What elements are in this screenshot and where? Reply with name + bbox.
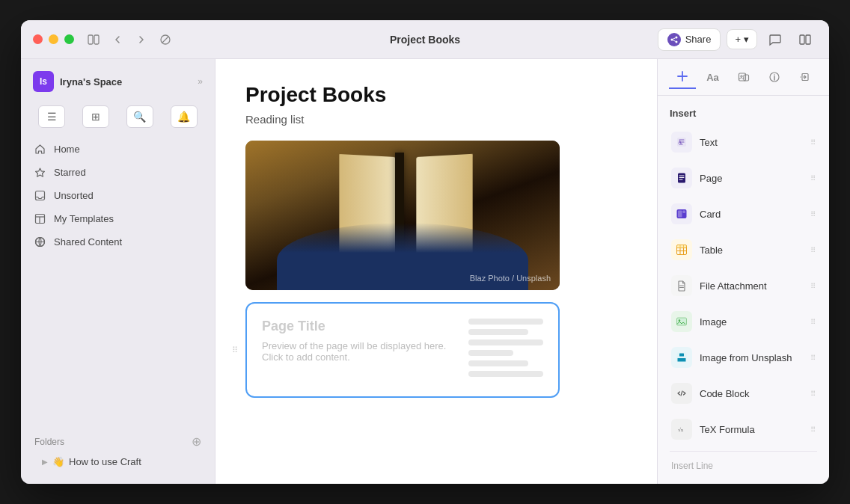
tab-format[interactable]: Aa <box>700 65 727 89</box>
insert-item-image[interactable]: Image ⠿ <box>664 304 823 339</box>
calendar-button[interactable]: ⊞ <box>82 105 109 128</box>
page-card[interactable]: Page Title Preview of the page will be d… <box>245 302 560 398</box>
unsplash-insert-icon <box>671 347 692 368</box>
sidebar: Is Iryna's Space » ☰ ⊞ 🔍 🔔 <box>21 59 215 484</box>
share-label: Share <box>685 34 712 45</box>
drag-dots-icon: ⠿ <box>810 246 816 254</box>
new-dropdown-icon: ▾ <box>744 34 749 45</box>
drag-dots-icon: ⠿ <box>810 210 816 218</box>
doc-image: Blaz Photo / Unsplash <box>245 141 560 290</box>
folder-emoji-icon: 👋 <box>52 456 64 467</box>
thumb-line <box>468 360 528 366</box>
svg-point-24 <box>774 74 775 76</box>
doc-title: Project Books <box>245 83 627 107</box>
thumb-line <box>468 371 543 377</box>
sidebar-toggle-icon[interactable] <box>86 32 101 47</box>
page-insert-icon <box>671 168 692 188</box>
insert-page-label: Page <box>700 173 803 184</box>
content-area: Project Books Reading list Blaz Photo / … <box>215 59 657 484</box>
thumb-line <box>468 339 543 345</box>
file-insert-icon <box>671 275 692 296</box>
drag-handle-icon[interactable]: ⠿ <box>232 345 238 355</box>
star-icon <box>34 167 48 178</box>
sidebar-item-starred[interactable]: Starred <box>27 162 209 183</box>
tex-insert-icon: √x <box>671 419 692 440</box>
insert-item-card[interactable]: Card ⠿ <box>664 197 823 231</box>
user-info[interactable]: Is Iryna's Space <box>33 71 122 92</box>
titlebar: Project Books Share + ▾ <box>21 20 829 59</box>
svg-line-7 <box>673 37 675 39</box>
panel-section-title: Insert <box>664 105 823 125</box>
new-button[interactable]: + ▾ <box>727 29 757 49</box>
format-tab-label: Aa <box>706 72 719 83</box>
user-name-label: Iryna's Space <box>60 76 122 87</box>
share-icon <box>667 33 681 46</box>
tab-insert[interactable] <box>669 65 696 89</box>
insert-item-table[interactable]: Table ⠿ <box>664 233 823 267</box>
add-folder-icon[interactable]: ⊕ <box>192 434 201 449</box>
thumb-line <box>468 350 513 356</box>
insert-table-label: Table <box>700 245 803 256</box>
svg-text:A: A <box>678 139 682 145</box>
sidebar-item-home-label: Home <box>54 144 80 155</box>
expand-icon[interactable]: » <box>198 76 203 87</box>
traffic-lights <box>33 34 74 44</box>
tab-media[interactable] <box>730 65 757 89</box>
close-button[interactable] <box>33 34 43 44</box>
window-title: Project Books <box>390 34 460 46</box>
tab-shortcuts[interactable] <box>792 65 819 89</box>
back-icon[interactable] <box>110 32 125 47</box>
sidebar-header: Is Iryna's Space » <box>21 68 215 101</box>
forward-icon[interactable] <box>134 32 149 47</box>
tab-info[interactable] <box>761 65 788 89</box>
home-icon <box>34 144 48 155</box>
slash-icon <box>158 32 173 47</box>
share-button[interactable]: Share <box>658 28 721 51</box>
titlebar-right: Share + ▾ <box>658 28 817 52</box>
insert-item-page[interactable]: Page ⠿ <box>664 161 823 195</box>
sidebar-item-my-templates[interactable]: My Templates <box>27 208 209 230</box>
maximize-button[interactable] <box>64 34 74 44</box>
sidebar-item-unsorted[interactable]: Unsorted <box>27 185 209 206</box>
avatar: Is <box>33 71 54 92</box>
insert-text-label: Text <box>700 137 803 148</box>
sidebar-item-shared-content[interactable]: Shared Content <box>27 231 209 253</box>
minimize-button[interactable] <box>49 34 58 44</box>
template-icon <box>34 213 48 224</box>
page-card-thumbnail <box>468 319 543 381</box>
folder-how-to-use[interactable]: ▶ 👋 How to use Craft <box>34 452 201 472</box>
svg-rect-1 <box>94 35 99 44</box>
image-caption: Blaz Photo / Unsplash <box>470 274 551 283</box>
drag-dots-icon: ⠿ <box>810 138 816 147</box>
bell-icon: 🔔 <box>177 111 190 123</box>
svg-rect-0 <box>88 35 93 44</box>
insert-item-code[interactable]: Code Block ⠿ <box>664 376 823 411</box>
insert-item-file[interactable]: File Attachment ⠿ <box>664 268 823 303</box>
svg-point-21 <box>740 76 742 77</box>
page-card-title: Page Title <box>262 319 456 334</box>
inbox-icon <box>34 190 48 201</box>
insert-line-label: Insert Line <box>664 456 823 474</box>
search-button[interactable]: 🔍 <box>126 105 153 128</box>
insert-item-unsplash[interactable]: Image from Unsplash ⠿ <box>664 340 823 375</box>
svg-point-40 <box>679 319 680 321</box>
search-icon: 🔍 <box>133 111 146 123</box>
comment-icon[interactable] <box>763 28 787 52</box>
sidebar-item-home[interactable]: Home <box>27 138 209 160</box>
doc-subtitle: Reading list <box>245 113 627 126</box>
code-insert-icon <box>671 383 692 404</box>
layout-toggle-icon[interactable] <box>793 28 817 52</box>
doc-view-button[interactable]: ☰ <box>38 105 65 128</box>
notifications-button[interactable]: 🔔 <box>171 105 198 128</box>
insert-item-tex[interactable]: √x TeX Formula ⠿ <box>664 412 823 446</box>
insert-card-label: Card <box>700 209 803 220</box>
insert-item-text[interactable]: A Text ⠿ <box>664 125 823 159</box>
svg-point-5 <box>670 38 673 40</box>
svg-rect-36 <box>677 245 687 248</box>
image-insert-icon <box>671 311 692 332</box>
svg-line-8 <box>673 40 675 41</box>
nav-icons <box>86 32 173 47</box>
drag-dots-icon: ⠿ <box>810 174 816 182</box>
drag-dots-icon: ⠿ <box>810 390 816 398</box>
svg-rect-42 <box>679 354 684 357</box>
